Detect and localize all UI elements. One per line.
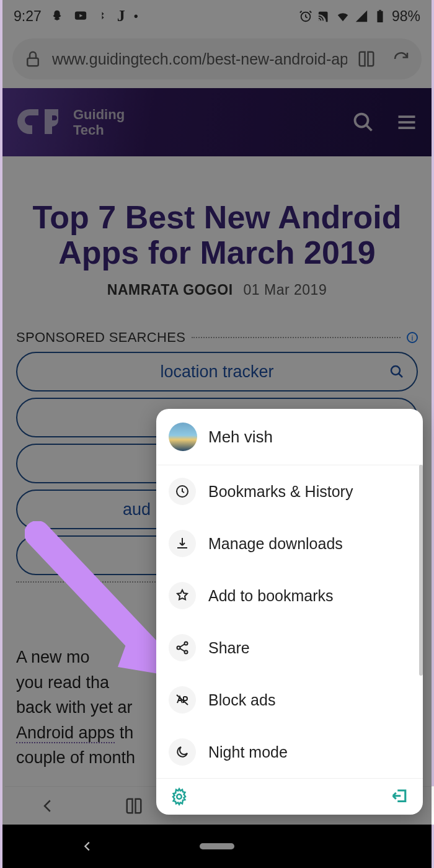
browser-menu: Meh vish Bookmarks & History Manage down… bbox=[156, 409, 423, 815]
profile-name: Meh vish bbox=[208, 427, 273, 447]
clock-icon bbox=[175, 484, 190, 499]
home-handle[interactable] bbox=[200, 843, 234, 849]
menu-footer bbox=[156, 778, 423, 815]
download-icon bbox=[175, 536, 190, 551]
menu-item-share[interactable]: Share bbox=[156, 622, 423, 674]
avatar bbox=[169, 423, 197, 451]
menu-item-downloads[interactable]: Manage downloads bbox=[156, 517, 423, 570]
menu-item-add-bookmark[interactable]: Add to bookmarks bbox=[156, 570, 423, 622]
menu-item-block-ads[interactable]: Block ads bbox=[156, 674, 423, 726]
svg-point-11 bbox=[177, 794, 182, 799]
moon-icon bbox=[175, 745, 190, 759]
scrollbar[interactable] bbox=[419, 465, 423, 676]
menu-profile[interactable]: Meh vish bbox=[156, 409, 423, 465]
settings-icon[interactable] bbox=[170, 787, 188, 806]
system-back-icon[interactable] bbox=[81, 839, 94, 853]
menu-item-night-mode[interactable]: Night mode bbox=[156, 726, 423, 778]
system-nav-bar bbox=[2, 825, 432, 868]
star-plus-icon bbox=[175, 588, 190, 603]
menu-item-bookmarks-history[interactable]: Bookmarks & History bbox=[156, 465, 423, 517]
share-icon bbox=[175, 640, 190, 655]
block-ads-icon bbox=[175, 692, 190, 707]
exit-icon[interactable] bbox=[391, 787, 409, 806]
